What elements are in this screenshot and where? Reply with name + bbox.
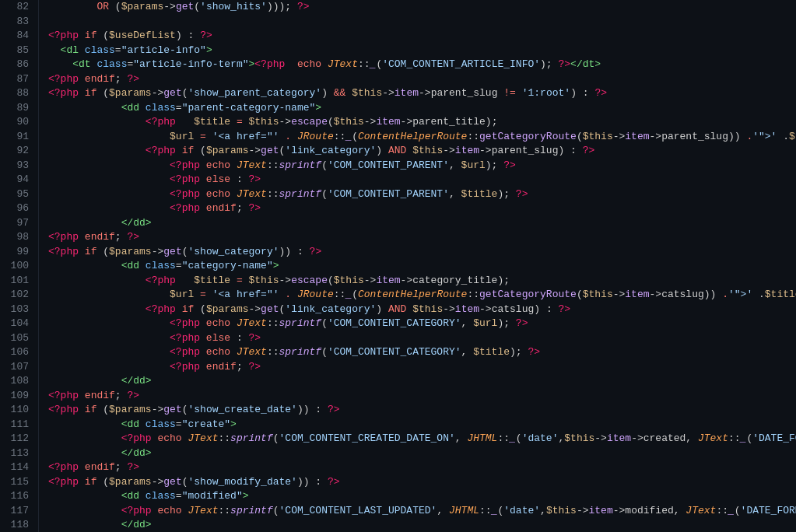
code-line-95: <?php echo JText::sprintf('COM_CONTENT_P…: [48, 187, 796, 202]
code-line-90: <?php $title = $this->escape($this->item…: [48, 115, 796, 130]
code-line-116: <dd class="modified">: [48, 489, 796, 504]
line-num-113: 113: [6, 446, 29, 461]
line-num-109: 109: [6, 389, 29, 404]
line-num-83: 83: [6, 15, 29, 30]
code-line-83: [48, 15, 796, 30]
line-num-114: 114: [6, 460, 29, 475]
code-line-82: OR ($params->get('show_hits'))); ?>: [48, 0, 796, 15]
line-num-86: 86: [6, 58, 29, 72]
code-line-97: </dd>: [48, 216, 796, 231]
line-num-82: 82: [6, 0, 29, 15]
code-line-111: <dd class="create">: [48, 418, 796, 432]
code-line-100: <dd class="category-name">: [48, 259, 796, 274]
line-num-102: 102: [6, 288, 29, 303]
line-num-93: 93: [6, 159, 29, 173]
code-line-93: <?php echo JText::sprintf('COM_CONTENT_P…: [48, 159, 796, 173]
line-num-98: 98: [6, 230, 29, 245]
code-line-105: <?php else : ?>: [48, 331, 796, 346]
line-num-90: 90: [6, 115, 29, 130]
code-line-106: <?php echo JText::sprintf('COM_CONTENT_C…: [48, 345, 796, 360]
code-editor: 82 83 84 85 86 87 88 89 90 91 92 93 94 9…: [0, 0, 796, 532]
line-num-118: 118: [6, 518, 29, 532]
code-line-99: <?php if ($params->get('show_category'))…: [48, 245, 796, 260]
code-line-110: <?php if ($params->get('show_create_date…: [48, 403, 796, 418]
line-num-107: 107: [6, 360, 29, 375]
code-line-85: <dl class="article-info">: [48, 44, 796, 58]
line-num-91: 91: [6, 130, 29, 145]
line-num-85: 85: [6, 44, 29, 58]
line-num-100: 100: [6, 259, 29, 274]
code-line-103: <?php if ($params->get('link_category') …: [48, 303, 796, 317]
line-num-104: 104: [6, 317, 29, 331]
code-line-107: <?php endif; ?>: [48, 360, 796, 375]
line-num-99: 99: [6, 245, 29, 260]
line-num-84: 84: [6, 29, 29, 44]
line-num-88: 88: [6, 86, 29, 101]
code-line-101: <?php $title = $this->escape($this->item…: [48, 274, 796, 289]
code-line-92: <?php if ($params->get('link_category') …: [48, 144, 796, 159]
line-num-105: 105: [6, 331, 29, 346]
code-line-109: <?php endif; ?>: [48, 389, 796, 404]
code-line-94: <?php else : ?>: [48, 173, 796, 187]
line-num-92: 92: [6, 144, 29, 159]
line-num-89: 89: [6, 101, 29, 116]
line-num-117: 117: [6, 504, 29, 519]
line-numbers: 82 83 84 85 86 87 88 89 90 91 92 93 94 9…: [0, 0, 39, 532]
line-num-103: 103: [6, 303, 29, 317]
line-num-110: 110: [6, 403, 29, 418]
line-num-111: 111: [6, 418, 29, 432]
code-line-117: <?php echo JText::sprintf('COM_CONTENT_L…: [48, 504, 796, 519]
code-line-112: <?php echo JText::sprintf('COM_CONTENT_C…: [48, 432, 796, 446]
code-line-115: <?php if ($params->get('show_modify_date…: [48, 475, 796, 490]
code-line-86: <dt class="article-info-term"><?php echo…: [48, 58, 796, 72]
code-line-89: <dd class="parent-category-name">: [48, 101, 796, 116]
line-num-95: 95: [6, 187, 29, 202]
code-line-108: </dd>: [48, 374, 796, 389]
line-num-112: 112: [6, 432, 29, 446]
code-line-98: <?php endif; ?>: [48, 230, 796, 245]
code-line-91: $url = '<a href="' . JRoute::_(ContentHe…: [48, 130, 796, 145]
code-line-87: <?php endif; ?>: [48, 72, 796, 87]
code-line-113: </dd>: [48, 446, 796, 461]
line-num-101: 101: [6, 274, 29, 289]
code-line-104: <?php echo JText::sprintf('COM_CONTENT_C…: [48, 317, 796, 331]
line-num-96: 96: [6, 201, 29, 216]
code-line-88: <?php if ($params->get('show_parent_cate…: [48, 86, 796, 101]
code-line-114: <?php endif; ?>: [48, 460, 796, 475]
line-num-115: 115: [6, 475, 29, 490]
code-line-118: </dd>: [48, 518, 796, 532]
line-num-87: 87: [6, 72, 29, 87]
code-lines[interactable]: OR ($params->get('show_hits'))); ?> <?ph…: [39, 0, 796, 532]
line-num-116: 116: [6, 489, 29, 504]
code-line-96: <?php endif; ?>: [48, 201, 796, 216]
code-line-102: $url = '<a href="' . JRoute::_(ContentHe…: [48, 288, 796, 303]
line-num-108: 108: [6, 374, 29, 389]
code-line-84: <?php if ($useDefList) : ?>: [48, 29, 796, 44]
line-num-97: 97: [6, 216, 29, 231]
line-num-106: 106: [6, 345, 29, 360]
line-num-94: 94: [6, 173, 29, 187]
